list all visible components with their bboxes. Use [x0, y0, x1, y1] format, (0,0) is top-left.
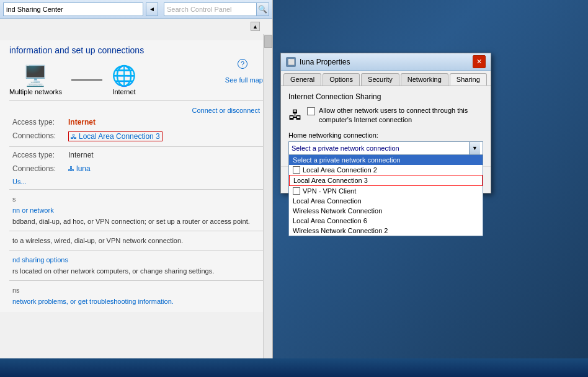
- scrollbar[interactable]: [263, 34, 272, 369]
- conn-label2: Connections:: [12, 164, 68, 173]
- small-text2: bdband, dial-up, ad hoc, or VPN connecti…: [9, 216, 263, 227]
- access-value1: Internet: [68, 118, 96, 126]
- dropdown-arrow-icon[interactable]: ▼: [469, 142, 480, 154]
- network-line: [71, 79, 102, 81]
- network-link[interactable]: nn or network: [9, 205, 263, 216]
- scroll-up-btn[interactable]: ▲: [251, 22, 260, 31]
- network1-section: Access type: Internet Connections: 🖧 Loc…: [9, 118, 263, 141]
- dropdown-item-3-checkbox[interactable]: [293, 187, 300, 195]
- sharing-checkbox-text: Allow other network users to connect thr…: [319, 106, 483, 125]
- taskbar: [0, 358, 588, 377]
- sharing-options-link[interactable]: nd sharing options: [9, 254, 263, 265]
- troubleshoot-link[interactable]: network problems, or get troubleshooting…: [9, 296, 263, 307]
- tab-options[interactable]: Options: [323, 73, 360, 86]
- nav-back-button[interactable]: ◄: [146, 2, 158, 16]
- ics-section-title: Internet Connection Sharing: [288, 92, 483, 101]
- dropdown-item-6-label: Local Area Connection 6: [293, 217, 367, 224]
- network-dropdown[interactable]: Select a private network connection ▼: [288, 141, 483, 155]
- help-button[interactable]: ?: [238, 59, 247, 69]
- dropdown-item-6[interactable]: Local Area Connection 6: [289, 216, 483, 226]
- internet-label: Internet: [112, 88, 135, 95]
- internet-item: 🌐 Internet: [112, 64, 136, 95]
- connections-row1: Connections: 🖧 Local Area Connection 3: [9, 131, 263, 141]
- divider1: [9, 100, 263, 101]
- dropdown-item-2-label: Local Area Connection 3: [293, 177, 368, 184]
- small-text3: to a wireless, wired, dial-up, or VPN ne…: [9, 235, 263, 246]
- dropdown-item-7[interactable]: Wireless Network Connection 2: [289, 226, 483, 236]
- dialog-body: Internet Connection Sharing 🖧 Allow othe…: [281, 86, 491, 166]
- dropdown-item-0-label: Select a private network connection: [293, 156, 401, 164]
- address-bar[interactable]: ind Sharing Center: [3, 2, 143, 16]
- search-icon[interactable]: 🔍: [257, 2, 269, 16]
- titlebar-content: ind Sharing Center ◄ Search Control Pane…: [3, 2, 269, 16]
- dropdown-list: Select a private network connection Loca…: [288, 155, 483, 236]
- connection-link1[interactable]: 🖧 Local Area Connection 3: [68, 131, 163, 141]
- dropdown-item-4-label: Local Area Connection: [293, 197, 362, 205]
- connection-link2[interactable]: 🖧 luna: [68, 164, 91, 173]
- access-value2: Internet: [68, 151, 94, 159]
- see-full-map-link[interactable]: See full map: [225, 76, 263, 84]
- dropdown-item-3-label: VPN - VPN Client: [303, 187, 356, 195]
- divider6: [9, 280, 263, 281]
- left-titlebar: ind Sharing Center ◄ Search Control Pane…: [0, 0, 272, 19]
- dialog-close-button[interactable]: ✕: [473, 55, 486, 68]
- divider4: [9, 231, 263, 231]
- network2-section: Access type: Internet Connections: 🖧 lun…: [9, 151, 263, 173]
- conn-label1: Connections:: [12, 131, 68, 141]
- dialog-titlebar: ⬜ Iuna Properties ✕: [281, 53, 491, 71]
- search-placeholder: Search Control Panel: [167, 6, 232, 13]
- tab-general[interactable]: General: [283, 73, 321, 86]
- tab-security[interactable]: Security: [361, 73, 399, 86]
- conn-icon2: 🖧: [68, 166, 74, 172]
- tab-networking[interactable]: Networking: [401, 73, 448, 86]
- dialog-title-icon: ⬜: [286, 57, 296, 67]
- divider2: [9, 146, 263, 147]
- access-label2: Access type:: [12, 151, 68, 159]
- divider3: [9, 189, 263, 190]
- dropdown-item-4[interactable]: Local Area Connection: [289, 196, 483, 206]
- dropdown-item-1[interactable]: Local Area Connection 2: [289, 165, 483, 175]
- connect-disconnect-link[interactable]: Connect or disconnect: [192, 107, 260, 114]
- panel-title: information and set up connections: [9, 45, 263, 55]
- dropdown-item-5[interactable]: Wireless Network Connection: [289, 206, 483, 216]
- search-bar[interactable]: Search Control Panel: [164, 2, 257, 16]
- dropdown-item-1-checkbox[interactable]: [293, 166, 300, 174]
- multiple-networks-item: 🖥️ Multiple networks: [9, 64, 62, 95]
- small-text1: s: [9, 193, 263, 205]
- scroll-thumb[interactable]: [264, 35, 272, 48]
- small-text4: rs located on other network computers, o…: [9, 265, 263, 277]
- us-link[interactable]: Us...: [9, 178, 263, 185]
- home-network-label: Home networking connection:: [288, 131, 483, 139]
- access-label1: Access type:: [12, 118, 68, 126]
- access-type-row2: Access type: Internet: [9, 151, 263, 159]
- dropdown-item-3[interactable]: VPN - VPN Client: [289, 186, 483, 196]
- sharing-row: 🖧 Allow other network users to connect t…: [288, 106, 483, 125]
- left-panel: ind Sharing Center ◄ Search Control Pane…: [0, 0, 273, 377]
- globe-icon: 🌐: [112, 64, 136, 86]
- monitor-icon: 🖥️: [23, 64, 48, 86]
- tab-sharing[interactable]: Sharing: [450, 73, 487, 86]
- iuna-properties-dialog[interactable]: ⬜ Iuna Properties ✕ General Options Secu…: [280, 53, 491, 193]
- dropdown-item-7-label: Wireless Network Connection 2: [293, 227, 388, 234]
- allow-sharing-checkbox[interactable]: [307, 107, 315, 115]
- dropdown-selected-text: Select a private network connection: [292, 144, 469, 152]
- multiple-networks-label: Multiple networks: [9, 88, 62, 95]
- divider5: [9, 250, 263, 251]
- address-bar-text: ind Sharing Center: [6, 6, 63, 13]
- dropdown-item-0[interactable]: Select a private network connection: [289, 155, 483, 165]
- dropdown-item-1-label: Local Area Connection 2: [303, 166, 377, 174]
- tab-bar: General Options Security Networking Shar…: [281, 71, 491, 86]
- network-dropdown-container: Select a private network connection ▼ Se…: [288, 141, 483, 155]
- access-type-row1: Access type: Internet: [9, 118, 263, 126]
- dialog-title-text: Iuna Properties: [300, 58, 473, 66]
- small-text5: ns: [9, 285, 263, 296]
- conn-icon1: 🖧: [71, 133, 77, 140]
- dropdown-item-5-label: Wireless Network Connection: [293, 207, 382, 215]
- sharing-icon: 🖧: [288, 107, 303, 122]
- dropdown-item-2[interactable]: Local Area Connection 3: [289, 175, 483, 186]
- connections-row2: Connections: 🖧 luna: [9, 164, 263, 173]
